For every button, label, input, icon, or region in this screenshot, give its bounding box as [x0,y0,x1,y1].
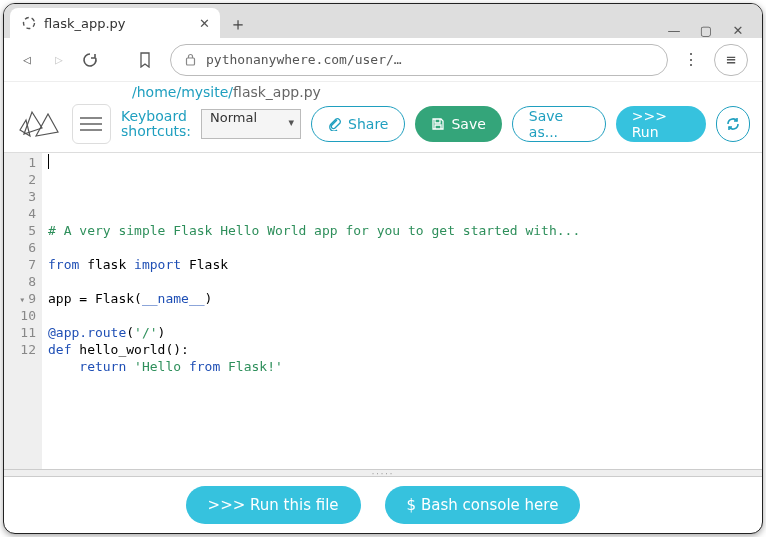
kbd-line1: Keyboard [121,109,191,124]
svg-rect-1 [187,58,195,65]
save-as-button[interactable]: Save as... [512,106,606,142]
paperclip-icon [328,117,342,131]
line-gutter: 123456789101112 [4,153,42,469]
line-number: 6 [4,239,36,256]
run-button[interactable]: >>> Run [616,106,707,142]
line-number: 9 [4,290,36,307]
line-number: 2 [4,171,36,188]
code-line [48,392,762,409]
browser-menu-icon[interactable]: ≡ [714,44,748,76]
line-number: 7 [4,256,36,273]
code-line: def hello_world(): [48,341,762,358]
line-number: 5 [4,222,36,239]
page-content: /home/mysite/flask_app.py Keyboard short… [4,82,762,533]
code-line: @app.route('/') [48,324,762,341]
browser-toolbar: ◁ ▷ pythonanywhere.com/user/… ⋮ ≡ [4,38,762,82]
code-line [48,239,762,256]
code-line [48,205,762,222]
reload-editor-button[interactable] [716,106,750,142]
share-button[interactable]: Share [311,106,405,142]
window-maximize-icon[interactable]: ▢ [698,23,714,38]
save-button[interactable]: Save [415,106,501,142]
bottom-action-bar: >>> Run this file $ Bash console here [4,477,762,533]
bash-console-button[interactable]: $ Bash console here [385,486,581,524]
breadcrumb: /home/mysite/flask_app.py [4,82,762,102]
line-number: 8 [4,273,36,290]
code-editor[interactable]: 123456789101112 # A very simple Flask He… [4,152,762,469]
code-line: from flask import Flask [48,256,762,273]
tab-title: flask_app.py [44,16,126,31]
code-line [48,375,762,392]
line-number: 1 [4,154,36,171]
editor-mode-value: Normal [210,110,257,125]
code-line: # A very simple Flask Hello World app fo… [48,222,762,239]
window-close-icon[interactable]: ✕ [730,23,746,38]
lock-icon [185,53,196,66]
breadcrumb-mysite[interactable]: mysite/ [181,84,233,100]
line-number: 10 [4,307,36,324]
line-number: 12 [4,341,36,358]
run-this-file-label: >>> Run this file [208,496,339,514]
page-actions-icon[interactable]: ⋮ [682,50,700,69]
panel-splitter[interactable]: ····· [4,469,762,477]
line-number: 3 [4,188,36,205]
save-as-label: Save as... [529,108,589,140]
line-number: 4 [4,205,36,222]
back-button[interactable]: ◁ [18,52,36,67]
code-line: app = Flask(__name__) [48,290,762,307]
address-bar[interactable]: pythonanywhere.com/user/… [170,44,668,76]
forward-button[interactable]: ▷ [50,52,68,67]
keyboard-shortcuts-label[interactable]: Keyboard shortcuts: [121,109,191,140]
save-label: Save [451,116,485,132]
text-cursor [48,154,49,169]
run-this-file-button[interactable]: >>> Run this file [186,486,361,524]
share-label: Share [348,116,388,132]
svg-point-0 [24,18,35,29]
breadcrumb-home[interactable]: /home/ [132,84,181,100]
reload-button[interactable] [82,52,100,68]
kbd-line2: shortcuts: [121,124,191,139]
site-logo-icon[interactable] [18,104,62,144]
bash-console-label: $ Bash console here [407,496,559,514]
run-label: >>> Run [632,108,691,140]
window-minimize-icon[interactable]: — [666,23,682,38]
url-text: pythonanywhere.com/user/… [206,52,402,67]
browser-tabbar: flask_app.py ✕ ＋ — ▢ ✕ [4,4,762,38]
code-line [48,307,762,324]
window-controls: — ▢ ✕ [666,23,756,38]
menu-button[interactable] [72,104,111,144]
app-window: flask_app.py ✕ ＋ — ▢ ✕ ◁ ▷ pythonanywher… [3,3,763,534]
editor-toolbar: Keyboard shortcuts: Normal Share Save Sa… [4,102,762,152]
code-line: return 'Hello from Flask!' [48,358,762,375]
save-icon [431,117,445,131]
editor-mode-select[interactable]: Normal [201,109,301,139]
code-area[interactable]: # A very simple Flask Hello World app fo… [42,153,762,469]
tab-favicon-icon [22,16,36,30]
code-line [48,273,762,290]
line-number: 11 [4,324,36,341]
refresh-icon [725,116,741,132]
browser-tab[interactable]: flask_app.py ✕ [10,8,220,38]
breadcrumb-current: flask_app.py [233,84,321,100]
new-tab-button[interactable]: ＋ [224,10,252,38]
bookmark-icon[interactable] [138,52,156,68]
tab-close-icon[interactable]: ✕ [199,16,210,31]
